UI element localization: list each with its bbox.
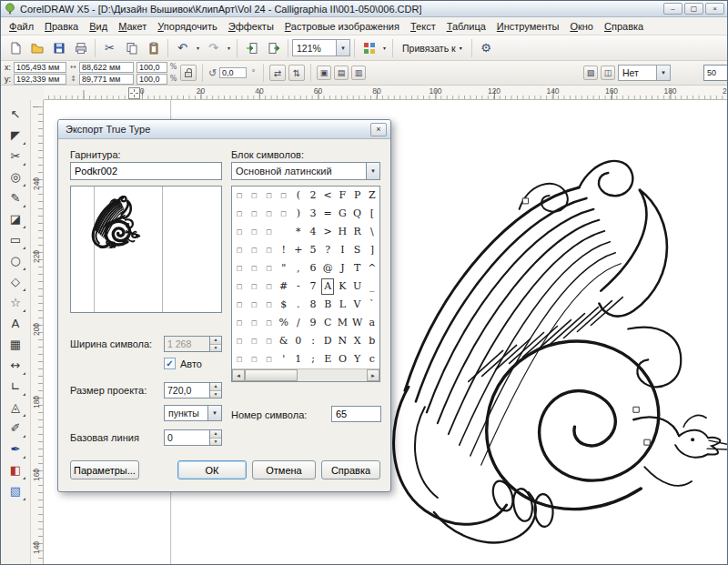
char-cell[interactable]: □ [247,277,261,296]
char-cell[interactable]: 8 [306,296,320,314]
redo-button[interactable]: ↷ [203,38,224,58]
char-cell[interactable]: □ [232,205,247,223]
char-cell[interactable]: 4 [306,223,320,241]
outline-width-select[interactable]: Нет ▼ [618,65,671,81]
menu-item-3[interactable]: Макет [113,18,152,35]
shape-tool[interactable]: ◤ [5,125,26,146]
ellipse-tool[interactable]: ○ [5,250,26,271]
paste-button[interactable] [143,38,164,58]
char-cell[interactable]: □ [247,332,261,350]
ruler-origin[interactable] [128,87,140,99]
char-cell[interactable]: □ [247,259,261,277]
launcher-dropdown[interactable]: ▾ [380,38,389,58]
undo-button[interactable]: ↶ [172,38,193,58]
char-cell[interactable]: ' [277,350,291,368]
char-cell[interactable]: [ [365,205,379,223]
char-cell[interactable]: J [335,259,349,277]
char-cell[interactable]: □ [277,205,291,223]
wrap-text-button-1[interactable]: ▣ [317,66,331,80]
menu-item-4[interactable]: Упорядочить [152,18,222,35]
char-cell[interactable]: □ [247,350,261,368]
char-cell[interactable]: C [320,314,335,332]
new-document-button[interactable] [5,38,25,58]
char-cell[interactable]: 2 [306,187,320,205]
blend-tool[interactable]: ◬ [5,397,26,418]
menu-item-1[interactable]: Правка [39,18,84,35]
redo-dropdown[interactable]: ▾ [225,38,233,58]
polygon-tool[interactable]: ◇ [5,271,26,292]
cut-button[interactable]: ✂ [99,38,120,58]
import-button[interactable] [241,38,262,58]
char-cell[interactable]: / [291,314,306,332]
char-cell[interactable]: □ [261,241,276,259]
char-cell[interactable]: a [365,314,379,332]
char-cell[interactable]: ^ [365,259,379,277]
symbol-block-select[interactable]: Основной латинский ▼ [231,162,380,180]
fill-tool[interactable]: ◧ [5,459,26,480]
interactive-fill-tool[interactable]: ▧ [5,480,26,501]
char-cell[interactable]: □ [232,332,247,350]
char-cell[interactable]: : [306,332,320,350]
char-cell[interactable]: □ [232,314,247,332]
char-cell[interactable]: , [291,259,306,277]
spin-down-icon[interactable]: ▼ [210,390,221,399]
maximize-button[interactable]: ▢ [684,3,703,15]
char-cell[interactable]: # [277,277,291,296]
scale-v-field[interactable]: 100,0 [136,74,167,85]
char-cell[interactable]: ? [320,241,335,259]
units-select[interactable]: пункты ▼ [164,405,222,421]
char-grid-scrollbar[interactable]: ◄ ► [232,368,379,381]
char-cell[interactable]: ( [291,187,306,205]
char-cell[interactable]: □ [247,187,261,205]
freehand-tool[interactable]: ✎ [5,187,26,208]
char-cell[interactable]: % [277,314,291,332]
parameters-button[interactable]: Параметры... [70,460,139,479]
menu-item-7[interactable]: Текст [405,18,441,35]
char-cell[interactable]: < [320,187,335,205]
text-tool[interactable]: А [5,313,26,334]
menu-item-11[interactable]: Справка [599,18,649,35]
checkbox-check-icon[interactable]: ✓ [164,358,176,369]
char-cell[interactable]: * [291,223,306,241]
smart-fill-tool[interactable]: ◪ [5,208,26,229]
menu-item-5[interactable]: Эффекты [223,18,279,35]
node-marker[interactable] [523,198,529,204]
char-cell[interactable]: Q [350,205,365,223]
char-cell[interactable]: ! [277,241,291,259]
clipped-spinner-value[interactable]: 50 [703,65,728,81]
snap-to-button[interactable]: Привязать к ▾ [397,39,468,57]
char-cell[interactable]: □ [261,314,276,332]
char-cell[interactable]: _ [365,277,379,296]
char-cell[interactable]: □ [232,241,247,259]
char-cell[interactable]: b [365,332,379,350]
char-cell[interactable]: □ [232,187,247,205]
char-cell[interactable]: □ [232,277,247,296]
close-button[interactable]: × [705,3,724,15]
scale-h-field[interactable]: 100,0 [136,62,167,73]
menu-item-6[interactable]: Растровые изображения [279,18,405,35]
object-width-field[interactable]: 88,622 мм [79,62,134,73]
clipped-right-spinner[interactable]: 50 ▲▼ [703,65,728,81]
menu-item-10[interactable]: Окно [564,18,599,35]
char-cell[interactable]: S [350,241,365,259]
char-cell[interactable]: Z [365,187,379,205]
char-cell[interactable]: ; [306,350,320,368]
char-cell[interactable]: - [291,277,306,296]
print-button[interactable] [70,38,91,58]
char-cell[interactable]: O [335,350,349,368]
project-size-value[interactable]: 720,0 [164,382,209,399]
char-cell[interactable]: $ [277,296,291,314]
char-cell[interactable]: @ [320,259,335,277]
horizontal-ruler[interactable]: 020406080100120140160180200 [44,86,727,100]
dimension-tool[interactable]: ↔ [5,355,26,376]
project-size-spinner[interactable]: 720,0 ▲▼ [164,382,222,399]
char-cell[interactable]: R [350,223,365,241]
char-cell[interactable]: ] [365,241,379,259]
char-cell[interactable]: > [320,223,335,241]
char-cell[interactable]: □ [261,296,276,314]
char-cell[interactable]: . [291,296,306,314]
open-button[interactable] [26,38,47,58]
zoom-tool[interactable]: ◎ [5,166,26,187]
char-cell[interactable]: T [350,259,365,277]
char-cell[interactable]: U [350,277,365,296]
